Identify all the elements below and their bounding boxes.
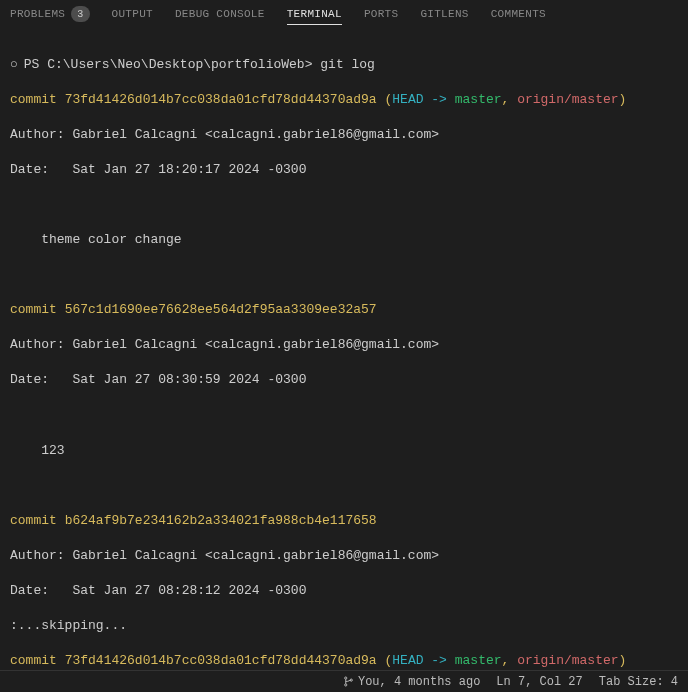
svg-point-1 [345,684,347,686]
commit-word: commit [10,92,57,107]
status-blame-text: You, 4 months ago [358,675,480,689]
status-cursor-text: Ln 7, Col 27 [496,675,582,689]
author-line: Author: Gabriel Calcagni <calcagni.gabri… [10,126,678,144]
head-branch: master [455,653,502,668]
head-label: HEAD -> [392,92,454,107]
remote-branch: origin/master [517,653,618,668]
tab-gitlens[interactable]: GITLENS [420,8,468,25]
commit-message: theme color change [10,231,678,249]
tab-problems[interactable]: PROBLEMS 3 [10,6,90,27]
prompt-path: PS C:\Users\Neo\Desktop\portfolioWeb> [24,56,313,74]
paren-close: ) [619,92,627,107]
commit-word: commit [10,302,57,317]
problems-badge: 3 [71,6,89,22]
commit-message: 123 [10,442,678,460]
tab-output[interactable]: OUTPUT [112,8,153,25]
paren-close: ) [619,653,627,668]
commit-word: commit [10,653,57,668]
author-line: Author: Gabriel Calcagni <calcagni.gabri… [10,547,678,565]
status-bar: You, 4 months ago Ln 7, Col 27 Tab Size:… [0,670,688,692]
command-text: git log [320,56,375,74]
tab-terminal[interactable]: TERMINAL [287,8,342,25]
tab-debug-console[interactable]: DEBUG CONSOLE [175,8,265,25]
date-line: Date: Sat Jan 27 18:20:17 2024 -0300 [10,161,678,179]
commit-word: commit [10,513,57,528]
author-line: Author: Gabriel Calcagni <calcagni.gabri… [10,336,678,354]
terminal-output[interactable]: ○PS C:\Users\Neo\Desktop\portfolioWeb> g… [0,32,688,670]
source-control-icon [343,676,354,687]
status-tabsize[interactable]: Tab Size: 4 [599,675,678,689]
commit-hash: b624af9b7e234162b2a334021fa988cb4e117658 [65,513,377,528]
status-cursor[interactable]: Ln 7, Col 27 [496,675,582,689]
prompt-line: ○PS C:\Users\Neo\Desktop\portfolioWeb> g… [10,56,678,74]
head-sep: , [502,653,518,668]
head-sep: , [502,92,518,107]
svg-point-0 [345,677,347,679]
tab-problems-label: PROBLEMS [10,8,65,20]
commit-hash: 567c1d1690ee76628ee564d2f95aa3309ee32a57 [65,302,377,317]
commit-hash: 73fd41426d014b7cc038da01cfd78dd44370ad9a [65,653,377,668]
status-tabsize-text: Tab Size: 4 [599,675,678,689]
skipping-line: :...skipping... [10,617,678,635]
date-line: Date: Sat Jan 27 08:28:12 2024 -0300 [10,582,678,600]
date-line: Date: Sat Jan 27 08:30:59 2024 -0300 [10,371,678,389]
head-label: HEAD -> [392,653,454,668]
status-blame[interactable]: You, 4 months ago [343,675,480,689]
commit-hash: 73fd41426d014b7cc038da01cfd78dd44370ad9a [65,92,377,107]
panel-tabs: PROBLEMS 3 OUTPUT DEBUG CONSOLE TERMINAL… [0,0,688,32]
tab-ports[interactable]: PORTS [364,8,399,25]
head-branch: master [455,92,502,107]
remote-branch: origin/master [517,92,618,107]
prompt-caret-icon: ○ [10,56,18,74]
tab-comments[interactable]: COMMENTS [491,8,546,25]
